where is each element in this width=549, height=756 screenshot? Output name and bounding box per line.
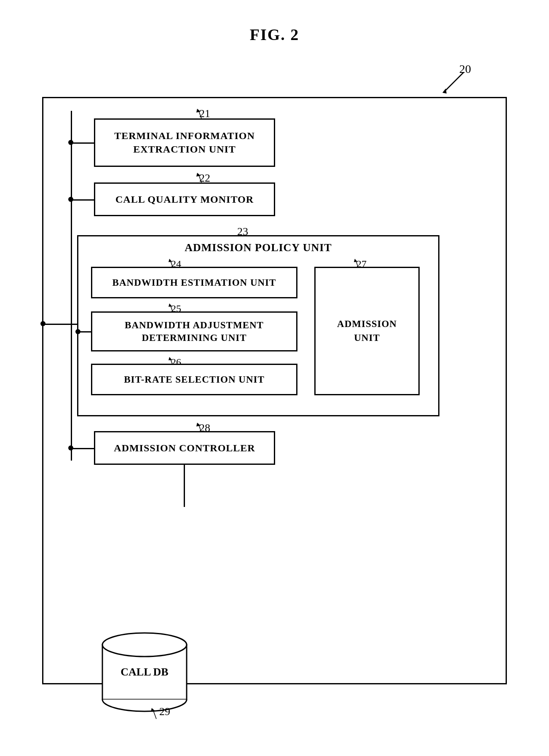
outer-system-box: 21 TERMINAL INFORMATION EXTRACTION UNIT … [42, 97, 507, 684]
connector-bandwidth-adj [78, 331, 91, 332]
admission-policy-title: ADMISSION POLICY UNIT [78, 236, 438, 254]
svg-marker-5 [196, 173, 201, 177]
figure-title: FIG. 2 [0, 0, 549, 44]
svg-marker-13 [354, 259, 357, 262]
svg-marker-7 [169, 259, 172, 262]
connector-call-quality [71, 199, 94, 201]
dot-call-quality [68, 197, 73, 202]
dot-admission-ctrl [68, 445, 73, 450]
svg-text:CALL DB: CALL DB [121, 666, 168, 678]
left-bus-line [71, 111, 72, 461]
svg-marker-15 [196, 423, 201, 426]
connector-to-db-vertical [184, 465, 185, 507]
call-quality-unit: CALL QUALITY MONITOR [94, 182, 275, 216]
arrow-20-icon [438, 68, 468, 98]
svg-point-17 [102, 633, 187, 657]
admission-unit: ADMISSION UNIT [314, 267, 420, 395]
cylinder-svg: CALL DB [98, 630, 191, 712]
admission-controller-unit: ADMISSION CONTROLLER [94, 431, 275, 465]
connector-admission-policy [43, 324, 77, 325]
page: FIG. 2 20 21 TERMINAL INFORMATION EXTRAC… [0, 0, 549, 756]
dot-terminal-info [68, 140, 73, 145]
svg-marker-20 [151, 708, 155, 712]
svg-line-0 [445, 72, 463, 91]
svg-marker-9 [169, 303, 172, 307]
svg-marker-3 [196, 109, 201, 113]
bandwidth-estimation-unit: BANDWIDTH ESTIMATION UNIT [91, 267, 297, 298]
connector-terminal-info [71, 142, 94, 144]
admission-policy-box: ADMISSION POLICY UNIT 24 BANDWIDTH ESTIM… [77, 235, 439, 416]
bit-rate-selection-unit: BIT-RATE SELECTION UNIT [91, 364, 297, 395]
connector-admission-ctrl [71, 448, 94, 449]
ref-29-arrow [149, 705, 163, 720]
call-db-cylinder: CALL DB 29 [98, 630, 191, 714]
ref-21-arrow [195, 107, 208, 119]
ref-22-arrow [195, 171, 208, 183]
svg-marker-11 [169, 357, 172, 360]
dot-admission-policy [40, 321, 46, 326]
terminal-info-unit: TERMINAL INFORMATION EXTRACTION UNIT [94, 118, 275, 167]
bandwidth-adjustment-unit: BANDWIDTH ADJUSTMENT DETERMINING UNIT [91, 311, 297, 351]
